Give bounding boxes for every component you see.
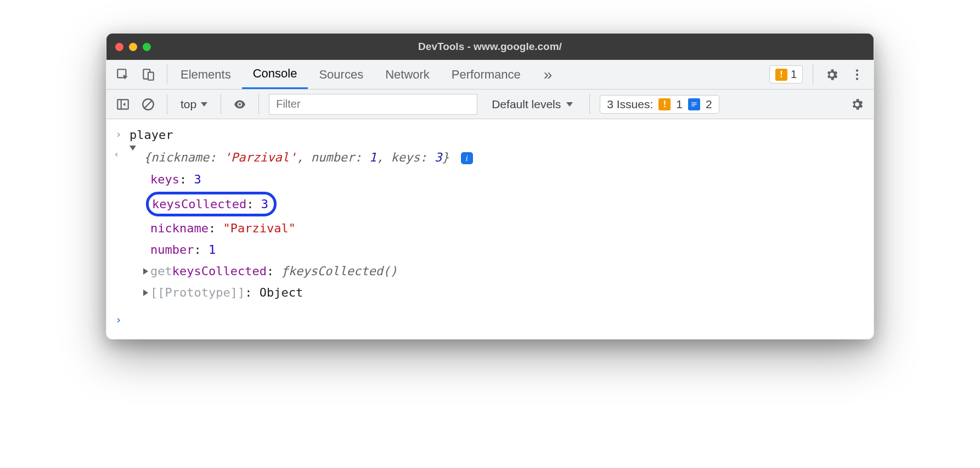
console-toolbar: top Default levels 3 Issues: ! 1 2 — [106, 90, 874, 119]
issues-label: 3 Issues: — [607, 98, 653, 111]
property-row[interactable]: number: 1 — [140, 239, 867, 260]
separator — [167, 64, 167, 85]
property-key: keys — [150, 170, 179, 189]
console-input-text[interactable]: player — [129, 125, 173, 144]
separator — [589, 94, 590, 114]
console-body: › player {nickname: 'Parzival', number: … — [106, 119, 874, 339]
property-row-highlighted[interactable]: keysCollected: 3 — [140, 191, 867, 218]
property-key: nickname — [150, 219, 209, 238]
property-key: number — [150, 240, 194, 259]
tab-console[interactable]: Console — [242, 60, 308, 89]
svg-rect-2 — [148, 72, 154, 80]
property-value: "Parzival" — [223, 219, 295, 238]
window-title: DevTools - www.google.com/ — [106, 41, 874, 53]
tab-performance[interactable]: Performance — [441, 60, 532, 89]
object-properties-tree: keys: 3 keysCollected: 3 nickname: "Parz… — [113, 169, 867, 303]
issues-info-count: 2 — [706, 98, 712, 111]
kebab-menu-icon[interactable] — [848, 66, 866, 83]
object-preview[interactable]: {nickname: 'Parzival', number: 1, keys: … — [144, 148, 473, 167]
console-settings-icon[interactable] — [848, 96, 866, 113]
warning-icon: ! — [775, 69, 787, 81]
chevron-down-icon — [566, 102, 573, 107]
svg-point-5 — [856, 77, 858, 80]
chevron-right-icon: › — [113, 311, 124, 328]
separator — [258, 94, 259, 114]
property-row[interactable]: nickname: "Parzival" — [140, 218, 867, 239]
chevron-down-icon — [201, 102, 207, 107]
svg-point-4 — [856, 73, 858, 75]
property-value: 1 — [209, 240, 216, 259]
clear-console-icon[interactable] — [139, 96, 157, 113]
settings-icon[interactable] — [823, 66, 841, 83]
getter-row[interactable]: get keysCollected: ƒ keysCollected() — [140, 260, 867, 282]
tab-elements[interactable]: Elements — [170, 60, 242, 89]
svg-rect-10 — [691, 104, 696, 104]
execution-context-selector[interactable]: top — [177, 98, 211, 111]
property-row[interactable]: keys: 3 — [140, 169, 867, 190]
property-key: [[Prototype]] — [150, 283, 245, 302]
property-value: 3 — [194, 170, 201, 189]
top-issues-badge[interactable]: ! 1 — [769, 65, 803, 83]
info-icon — [688, 98, 700, 110]
svg-point-12 — [116, 154, 117, 155]
tab-network[interactable]: Network — [374, 60, 441, 89]
property-value: Object — [260, 283, 303, 302]
context-label: top — [181, 98, 196, 111]
prototype-row[interactable]: [[Prototype]]: Object — [140, 282, 867, 303]
disclosure-triangle-right-icon[interactable] — [140, 268, 150, 275]
console-result-row: {nickname: 'Parzival', number: 1, keys: … — [113, 146, 867, 169]
titlebar: DevTools - www.google.com/ — [106, 34, 874, 60]
console-input-row: › player — [113, 124, 867, 146]
separator — [813, 64, 813, 85]
live-expression-icon[interactable] — [231, 96, 249, 113]
more-tabs-button[interactable]: » — [532, 60, 561, 89]
svg-point-3 — [856, 69, 858, 71]
property-value: 3 — [261, 194, 268, 214]
svg-rect-11 — [691, 105, 695, 106]
devtools-window: DevTools - www.google.com/ Elements Cons… — [106, 33, 874, 339]
svg-point-8 — [239, 103, 241, 105]
panel-tabs: Elements Console Sources Network Perform… — [170, 60, 532, 89]
highlight-ring: keysCollected: 3 — [146, 192, 277, 216]
warning-icon: ! — [658, 98, 671, 110]
issues-counter[interactable]: 3 Issues: ! 1 2 — [600, 95, 719, 114]
separator — [167, 94, 167, 114]
console-filter-input[interactable] — [269, 94, 477, 115]
console-prompt-row[interactable]: › — [113, 309, 867, 330]
function-glyph: ƒ — [281, 261, 288, 281]
getter-key: keysCollected — [172, 261, 267, 281]
property-key: keysCollected — [152, 194, 246, 214]
return-arrow-icon — [113, 148, 124, 165]
levels-label: Default levels — [492, 98, 561, 111]
disclosure-triangle-right-icon[interactable] — [140, 289, 150, 296]
inspect-element-icon[interactable] — [114, 66, 132, 83]
function-name: keysCollected() — [289, 261, 398, 281]
issues-warn-count: 1 — [676, 98, 683, 111]
devtools-tabbar: Elements Console Sources Network Perform… — [106, 60, 874, 90]
chevron-right-icon: › — [113, 125, 124, 143]
top-issues-count: 1 — [791, 68, 797, 81]
console-sidebar-toggle-icon[interactable] — [114, 96, 132, 113]
separator — [221, 94, 221, 114]
device-toggle-icon[interactable] — [139, 66, 157, 83]
tab-sources[interactable]: Sources — [308, 60, 374, 89]
log-levels-selector[interactable]: Default levels — [485, 94, 579, 115]
info-icon[interactable]: i — [461, 152, 473, 164]
getter-prefix: get — [150, 261, 172, 281]
disclosure-triangle-down-icon[interactable] — [129, 148, 136, 167]
svg-rect-9 — [691, 102, 696, 103]
